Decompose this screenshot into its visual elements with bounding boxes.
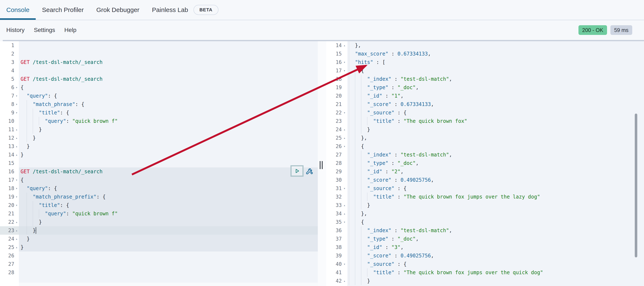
response-code-line[interactable]: 32 "title" : "The quick brown fox jumps …	[326, 193, 644, 201]
response-code-line[interactable]: 24▴ }	[326, 125, 644, 134]
response-code-line[interactable]: 38 "_id" : "3",	[326, 243, 644, 251]
response-code-line[interactable]: 41 "title" : "The quick brown fox jumps …	[326, 268, 644, 277]
response-code-line[interactable]: 28 "_type" : "_doc",	[326, 159, 644, 167]
response-code-line[interactable]: 37 "_type" : "_doc",	[326, 235, 644, 243]
response-code-line[interactable]: 33▴ }	[326, 201, 644, 209]
editor-code-line[interactable]: 28	[0, 268, 318, 277]
fold-icon[interactable]: ▴	[14, 134, 19, 142]
fold-icon[interactable]: ▾	[342, 260, 347, 268]
response-code-line[interactable]: 36 "_index" : "test-dsl-match",	[326, 226, 644, 235]
splitter-handle-icon[interactable]	[320, 161, 323, 169]
response-code-line[interactable]: 42▴ }	[326, 277, 644, 285]
fold-icon[interactable]: ▴	[14, 235, 19, 243]
fold-icon[interactable]: ▾	[342, 218, 347, 226]
fold-icon[interactable]: ▴	[14, 125, 19, 134]
editor-code-line[interactable]: 25▴}	[0, 243, 318, 251]
fold-icon[interactable]: ▾	[14, 92, 19, 100]
response-code-line[interactable]: 25▴ },	[326, 134, 644, 142]
editor-code-line[interactable]: 4	[0, 67, 318, 75]
editor-code-line[interactable]: 19▾ "match_phrase_prefix": {	[0, 193, 318, 201]
fold-icon[interactable]: ▾	[14, 184, 19, 193]
response-code-line[interactable]: 19 "_type" : "_doc",	[326, 83, 644, 92]
response-code-line[interactable]: 15 "max_score" : 0.67334133,	[326, 50, 644, 58]
editor-code-line[interactable]: 24▴ }	[0, 235, 318, 243]
tab-painless-lab[interactable]: Painless LabBETA	[146, 0, 225, 20]
response-output-panel[interactable]: 14▴ },15 "max_score" : 0.67334133,16▾ "h…	[326, 41, 644, 286]
fold-icon[interactable]: ▾	[14, 176, 19, 184]
fold-icon[interactable]: ▴	[342, 201, 347, 209]
fold-icon[interactable]: ▾	[14, 83, 19, 92]
fold-icon[interactable]: ▾	[342, 109, 347, 117]
editor-code-line[interactable]: 3GET /test-dsl-match/_search	[0, 58, 318, 67]
response-code-line[interactable]: 27 "_index" : "test-dsl-match",	[326, 151, 644, 159]
fold-icon[interactable]: ▴	[342, 125, 347, 134]
response-code-line[interactable]: 21 "_score" : 0.67334133,	[326, 100, 644, 109]
fold-icon[interactable]: ▴	[14, 218, 19, 226]
fold-icon[interactable]: ▴	[342, 209, 347, 218]
editor-code-line[interactable]: 9▾ "title": {	[0, 109, 318, 117]
fold-icon[interactable]: ▴	[14, 142, 19, 151]
editor-code-line[interactable]: 21 "query": "quick brown f"	[0, 209, 318, 218]
response-code-line[interactable]: 31▾ "_source" : {	[326, 184, 644, 193]
editor-code-line[interactable]: 11▴ }	[0, 125, 318, 134]
response-code-line[interactable]: 40▾ "_source" : {	[326, 260, 644, 268]
response-code-line[interactable]: 23 "title" : "The quick brown fox"	[326, 117, 644, 125]
editor-code-line[interactable]: 14▴}	[0, 151, 318, 159]
tab-search-profiler[interactable]: Search Profiler	[36, 0, 90, 20]
fold-icon[interactable]: ▴	[14, 151, 19, 159]
send-request-button[interactable]	[290, 165, 304, 177]
menu-help[interactable]: Help	[64, 27, 76, 34]
response-code-line[interactable]: 20 "_id" : "1",	[326, 92, 644, 100]
fold-icon[interactable]: ▾	[342, 142, 347, 151]
editor-code-line[interactable]: 20▾ "title": {	[0, 201, 318, 209]
response-code-line[interactable]: 17▾ {	[326, 67, 644, 75]
fold-icon[interactable]: ▴	[14, 226, 19, 235]
menu-settings[interactable]: Settings	[34, 27, 55, 34]
response-code-line[interactable]: 29 "_id" : "2",	[326, 167, 644, 176]
response-code-line[interactable]: 14▴ },	[326, 41, 644, 50]
editor-code-line[interactable]: 1	[0, 41, 318, 50]
editor-code-line[interactable]: 8▾ "match_phrase": {	[0, 100, 318, 109]
editor-code-line[interactable]: 15	[0, 159, 318, 167]
response-code-line[interactable]: 34▴ },	[326, 209, 644, 218]
response-scrollbar-thumb[interactable]	[635, 114, 637, 257]
editor-code-line[interactable]: 7▾ "query": {	[0, 92, 318, 100]
editor-code-line[interactable]: 6▾{	[0, 83, 318, 92]
fold-icon[interactable]: ▴	[342, 134, 347, 142]
request-options-button[interactable]	[304, 165, 315, 177]
fold-icon[interactable]: ▴	[14, 243, 19, 251]
response-code-line[interactable]: 22▾ "_source" : {	[326, 109, 644, 117]
tab-grok-debugger[interactable]: Grok Debugger	[90, 0, 146, 20]
menu-history[interactable]: History	[6, 27, 24, 34]
response-code-line[interactable]: 26▾ {	[326, 142, 644, 151]
fold-icon[interactable]: ▾	[14, 201, 19, 209]
editor-code-line[interactable]: 10 "query": "quick brown f"	[0, 117, 318, 125]
request-editor-panel[interactable]: 123GET /test-dsl-match/_search45GET /tes…	[0, 41, 318, 286]
editor-code-line[interactable]: 18▾ "query": {	[0, 184, 318, 193]
fold-icon[interactable]: ▾	[14, 193, 19, 201]
fold-icon[interactable]: ▾	[342, 184, 347, 193]
panel-splitter[interactable]	[318, 41, 326, 286]
editor-code-line[interactable]: 26	[0, 251, 318, 260]
editor-code-line[interactable]: 5GET /test-dsl-match/_search	[0, 75, 318, 83]
editor-code-line[interactable]: 2	[0, 50, 318, 58]
fold-icon[interactable]: ▴	[342, 41, 347, 50]
response-code-line[interactable]: 39 "_score" : 0.49025756,	[326, 251, 644, 260]
editor-code-line[interactable]: 22▴ }	[0, 218, 318, 226]
response-code-line[interactable]: 35▾ {	[326, 218, 644, 226]
response-code-line[interactable]: 16▾ "hits" : [	[326, 58, 644, 67]
fold-icon[interactable]: ▾	[14, 109, 19, 117]
editor-code-line[interactable]: 13▴ }	[0, 142, 318, 151]
fold-icon[interactable]: ▾	[14, 100, 19, 109]
fold-icon[interactable]: ▴	[342, 277, 347, 285]
editor-code-line[interactable]: 23▴ }	[0, 226, 318, 235]
editor-code-line[interactable]: 17▾{	[0, 176, 318, 184]
editor-code-line[interactable]: 16GET /test-dsl-match/_search	[0, 167, 318, 176]
editor-code-line[interactable]: 27	[0, 260, 318, 268]
fold-icon[interactable]: ▾	[342, 67, 347, 75]
tab-console[interactable]: Console	[0, 0, 36, 20]
editor-code-line[interactable]: 12▴ }	[0, 134, 318, 142]
response-code-line[interactable]: 18 "_index" : "test-dsl-match",	[326, 75, 644, 83]
fold-icon[interactable]: ▾	[342, 58, 347, 67]
response-code-line[interactable]: 30 "_score" : 0.49025756,	[326, 176, 644, 184]
